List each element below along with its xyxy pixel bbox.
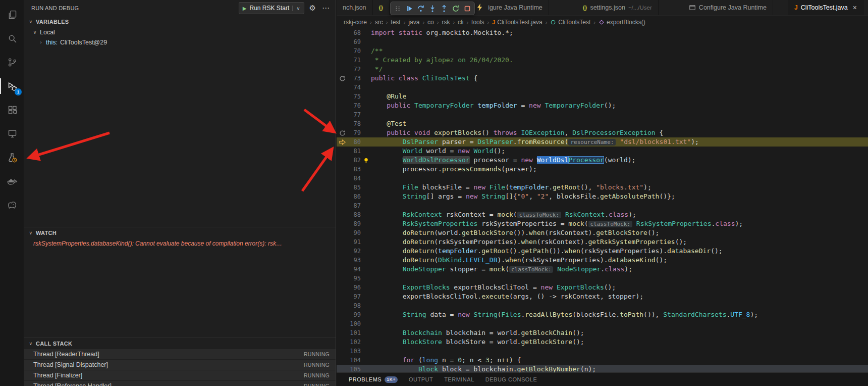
breakpoint-margin[interactable] [337, 237, 348, 247]
code-line-69[interactable]: 69 [337, 37, 868, 46]
panel-tab-terminal[interactable]: TERMINAL [444, 373, 474, 386]
code-text[interactable] [371, 174, 868, 183]
breakpoint-margin[interactable] [337, 337, 348, 347]
breakpoint-margin[interactable] [337, 192, 348, 201]
gear-icon[interactable]: ⚙ [308, 4, 317, 13]
code-text[interactable]: BlockStore blockStore = world.getBlockSt… [371, 337, 868, 347]
code-text[interactable] [371, 201, 868, 210]
code-text[interactable]: File blocksFile = new File(tempFolder.ge… [371, 183, 868, 192]
code-text[interactable]: public class CliToolsTest { [371, 74, 868, 83]
code-text[interactable]: for (long n = 0; n < 3; n++) { [371, 356, 868, 365]
code-line-72[interactable]: 72 */ [337, 65, 868, 74]
stop-icon[interactable] [462, 4, 472, 14]
run-config-dropdown[interactable]: ▶ Run RSK Start ∨ [239, 2, 304, 14]
step-over-icon[interactable] [416, 4, 426, 14]
code-line-73[interactable]: 73public class CliToolsTest { [337, 74, 868, 83]
breakpoint-margin[interactable] [337, 301, 348, 310]
breakpoint-margin[interactable] [337, 147, 348, 156]
code-text[interactable] [371, 110, 868, 119]
code-line-100[interactable]: 100 [337, 319, 868, 328]
code-text[interactable]: */ [371, 65, 868, 74]
code-text[interactable] [371, 274, 868, 283]
code-text[interactable]: RskContext rskContext = mock(classToMock… [371, 210, 868, 219]
code-line-101[interactable]: 101 Blockchain blockchain = world.getBlo… [337, 328, 868, 337]
restart-frame-icon[interactable] [339, 75, 346, 82]
code-line-75[interactable]: 75 @Rule [337, 92, 868, 101]
activity-extensions-icon[interactable] [0, 98, 24, 122]
breakpoint-margin[interactable] [337, 165, 348, 174]
thread-row[interactable]: Thread [Finalizer]RUNNING [24, 370, 336, 380]
breakpoint-margin[interactable] [337, 210, 348, 219]
code-text[interactable]: ExportBlocks exportBlocksCliTool = new E… [371, 283, 868, 292]
code-text[interactable]: @Rule [371, 92, 868, 101]
breakpoint-margin[interactable] [337, 92, 348, 101]
activity-explorer-icon[interactable] [0, 3, 24, 27]
breakpoint-margin[interactable] [337, 46, 348, 56]
code-line-87[interactable]: 87 [337, 201, 868, 210]
code-line-94[interactable]: 94 NodeStopper stopper = mock(classToMoc… [337, 265, 868, 274]
code-line-97[interactable]: 97 exportBlocksCliTool.execute(args, () … [337, 292, 868, 301]
breakpoint-margin[interactable] [337, 274, 348, 283]
code-text[interactable]: String[] args = new String[]{"0", "2", b… [371, 192, 868, 201]
call-stack-section-header[interactable]: ∨ CALL STACK [24, 338, 336, 349]
code-text[interactable]: doReturn(DbKind.LEVEL_DB).when(rskSystem… [371, 256, 868, 265]
breakpoint-margin[interactable] [337, 201, 348, 210]
continue-icon[interactable] [404, 4, 414, 14]
code-text[interactable]: exportBlocksCliTool.execute(args, () -> … [371, 292, 868, 301]
step-into-icon[interactable] [427, 4, 438, 14]
code-text[interactable] [371, 347, 868, 356]
code-line-95[interactable]: 95 [337, 274, 868, 283]
code-line-79[interactable]: 79 public void exportBlocks() throws IOE… [337, 128, 868, 137]
breakpoint-margin[interactable] [337, 347, 348, 356]
code-line-88[interactable]: 88 RskContext rskContext = mock(classToM… [337, 210, 868, 219]
code-editor[interactable]: 68import static org.mockito.Mockito.*;69… [337, 28, 868, 386]
breadcrumb-clitoolstest-java[interactable]: JCliToolsTest.java [492, 19, 542, 26]
activity-run-debug-icon[interactable]: 1 [0, 74, 24, 98]
code-line-76[interactable]: 76 public TemporaryFolder tempFolder = n… [337, 101, 868, 110]
code-line-70[interactable]: 70/** [337, 46, 868, 56]
activity-search-icon[interactable] [0, 27, 24, 51]
breadcrumb-co[interactable]: co [427, 19, 434, 26]
breadcrumb-tools[interactable]: tools [471, 19, 484, 26]
code-line-102[interactable]: 102 BlockStore blockStore = world.getBlo… [337, 337, 868, 347]
breakpoint-margin[interactable] [337, 247, 348, 256]
breakpoint-margin[interactable] [337, 37, 348, 46]
watch-section-header[interactable]: ∨ WATCH [24, 227, 336, 238]
breakpoint-margin[interactable] [337, 265, 348, 274]
thread-row[interactable]: Thread [ReaderThread]RUNNING [24, 349, 336, 359]
variable-this[interactable]: › this: CliToolsTest@29 [24, 37, 336, 47]
code-line-78[interactable]: 78 @Test [337, 119, 868, 128]
more-actions-icon[interactable]: ⋯ [321, 4, 331, 13]
code-line-74[interactable]: 74 [337, 83, 868, 92]
code-text[interactable]: import static org.mockito.Mockito.*; [371, 28, 868, 37]
code-text[interactable]: processor.processCommands(parser); [371, 165, 868, 174]
breadcrumb-rsk[interactable]: rsk [442, 19, 450, 26]
code-line-98[interactable]: 98 [337, 301, 868, 310]
breakpoint-margin[interactable] [337, 128, 348, 137]
thread-row[interactable]: Thread [Reference Handler]RUNNING [24, 381, 336, 386]
panel-tab-output[interactable]: OUTPUT [409, 373, 433, 386]
code-line-83[interactable]: 83 processor.processCommands(parser); [337, 165, 868, 174]
tab-configure-java-runtime[interactable]: Configure Java Runtime [683, 0, 773, 15]
breadcrumb-cli[interactable]: cli [458, 19, 463, 26]
code-text[interactable]: doReturn(rskSystemProperties).when(rskCo… [371, 237, 868, 247]
breakpoint-margin[interactable] [337, 283, 348, 292]
activity-gradle-icon[interactable] [0, 193, 24, 217]
panel-tab-problems[interactable]: PROBLEMS1K+ [349, 373, 398, 386]
breakpoint-margin[interactable] [337, 156, 348, 165]
code-text[interactable]: public TemporaryFolder tempFolder = new … [371, 101, 868, 110]
code-line-82[interactable]: 82 WorldDslProcessor processor = new Wor… [337, 156, 868, 165]
activity-docker-icon[interactable] [0, 169, 24, 193]
thread-row[interactable]: Thread [Signal Dispatcher]RUNNING [24, 360, 336, 370]
code-text[interactable] [371, 83, 868, 92]
breadcrumb-rskj-core[interactable]: rskj-core [344, 19, 367, 26]
watch-expression-error[interactable]: rskSystemProperties.databaseKind(): Cann… [24, 238, 336, 247]
code-line-91[interactable]: 91 doReturn(rskSystemProperties).when(rs… [337, 237, 868, 247]
code-text[interactable]: World world = new World(); [371, 147, 868, 156]
code-line-68[interactable]: 68import static org.mockito.Mockito.*; [337, 28, 868, 37]
code-line-71[interactable]: 71 * Created by ajlopez on 26/04/2020. [337, 56, 868, 65]
code-text[interactable] [371, 319, 868, 328]
code-line-104[interactable]: 104 for (long n = 0; n < 3; n++) { [337, 356, 868, 365]
code-text[interactable]: @Test [371, 119, 868, 128]
breakpoint-margin[interactable] [337, 256, 348, 265]
